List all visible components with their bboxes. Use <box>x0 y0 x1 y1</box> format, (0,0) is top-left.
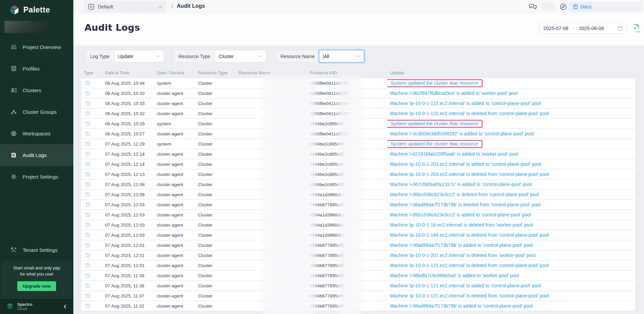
table-row[interactable]: 07 Aug 2025, 12:01 cluster-agent Cluster… <box>81 240 635 251</box>
cell-update: System updated the cluster rbac resource <box>387 120 635 128</box>
table-row[interactable]: 07 Aug 2025, 12:03 cluster-agent Cluster… <box>81 210 635 220</box>
sidebar-item-project-settings[interactable]: Project Settings <box>0 166 73 187</box>
update-message-link[interactable]: Machine 'ip-10-0-1-144.ec2.internal' is … <box>390 232 549 238</box>
cell-user-service: cluster-agent <box>154 263 195 268</box>
table-row[interactable]: 07 Aug 2025, 11:37 cluster-agent Cluster… <box>81 291 635 301</box>
footer-brand-line1: Spectro <box>17 303 32 307</box>
sidebar-item-tenant-settings[interactable]: Tenant Settings <box>0 239 73 261</box>
sidebar-item-label: Project Overview <box>23 44 61 50</box>
table-row[interactable]: 07 Aug 2025, 12:14 cluster-agent Cluster… <box>81 159 635 169</box>
download-csv-icon[interactable]: csv <box>631 23 641 33</box>
table-row[interactable]: 07 Aug 2025, 11:32 cluster-agent Cluster… <box>81 301 635 311</box>
orbit-icon <box>10 130 17 137</box>
cell-user-service: cluster-agent <box>154 192 195 197</box>
column-header-datetime: Date & Time <box>102 70 154 75</box>
table-row[interactable]: 07 Aug 2025, 12:01 cluster-agent Cluster… <box>81 261 635 271</box>
update-message-link[interactable]: Machine 'i-06bdfa7c9c896b5ad' is added t… <box>390 273 519 278</box>
update-message-link[interactable]: Machine 'i-02181bfab328f5aab' is added t… <box>390 151 518 157</box>
update-message-link[interactable]: Machine 'ip-10-0-1-122.ec2.internal' is … <box>390 101 541 106</box>
resource-name-filter-select[interactable]: All <box>319 50 364 62</box>
spectro-cloud-logo-icon <box>6 303 14 310</box>
update-message-link[interactable]: Machine 'ip-10-0-1-121.ec2.internal' is … <box>390 293 549 298</box>
table-row[interactable]: 08 Aug 2025, 10:32 cluster-agent Cluster… <box>81 109 635 119</box>
cell-datetime: 07 Aug 2025, 12:01 <box>102 253 154 258</box>
update-message-link[interactable]: Machine 'i-0fdcc53bcb23c0cc2' is added t… <box>390 212 531 217</box>
sidebar-item-profiles[interactable]: Profiles <box>0 58 73 79</box>
resource-type-filter-select[interactable]: Cluster <box>215 50 266 62</box>
table-row[interactable]: 08 Aug 2025, 10:33 cluster-agent Cluster… <box>81 99 635 109</box>
chat-support-icon[interactable] <box>529 3 537 11</box>
update-message-link[interactable]: Machine 'ip-10-0-1-121.ec2.internal' is … <box>390 263 549 268</box>
table-row[interactable]: 08 Aug 2025, 10:33 cluster-agent Cluster… <box>81 88 635 99</box>
history-event-icon <box>81 222 102 228</box>
history-event-icon <box>81 303 102 309</box>
update-message-link[interactable]: Machine 'i-0cd009e3dd5388292' is added t… <box>390 131 534 136</box>
cell-update: Machine 'i-0fdcc53bcb23c0cc2' is added t… <box>387 212 635 217</box>
update-message-link[interactable]: Machine 'ip-10-0-1-121.ec2.internal' is … <box>390 283 541 288</box>
cell-resource-type: Cluster <box>195 121 236 126</box>
update-message-link[interactable]: Machine 'i-06ad884a7f173b79b' is added t… <box>390 242 532 248</box>
table-row[interactable]: 07 Aug 2025, 12:29 system Cluster 6894be… <box>81 139 635 149</box>
table-row[interactable]: 07 Aug 2025, 12:13 cluster-agent Cluster… <box>81 169 635 180</box>
sidebar-item-audit-logs[interactable]: Audit Logs <box>0 144 73 166</box>
cell-resource-uid: 6894b677895c95 <box>307 304 387 309</box>
table-row[interactable]: 07 Aug 2025, 12:01 cluster-agent Cluster… <box>81 251 635 261</box>
cell-user-service: cluster-agent <box>154 273 195 278</box>
update-message-link[interactable]: Machine 'ip-10-0-1-203.ec2.internal' is … <box>390 161 541 167</box>
sidebar-footer: Spectro Cloud <box>0 298 73 314</box>
table-row[interactable]: 07 Aug 2025, 11:38 cluster-agent Cluster… <box>81 271 635 281</box>
sidebar-item-label: Project Settings <box>23 174 58 180</box>
cell-update: Machine 'ip-10-0-1-207.ec2.internal' is … <box>387 253 635 258</box>
update-message-link[interactable]: Machine 'i-06ad884a7f173b79b' is added t… <box>390 303 532 309</box>
compass-help-icon[interactable] <box>559 3 567 11</box>
project-selector-dropdown[interactable]: Default <box>84 1 166 12</box>
upgrade-now-button[interactable]: Upgrade now <box>17 281 56 291</box>
table-row[interactable]: 08 Aug 2025, 10:29 system Cluster 6894be… <box>81 119 635 129</box>
table-row[interactable]: 07 Aug 2025, 12:14 cluster-agent Cluster… <box>81 149 635 159</box>
promo-text-line1: Start small and only pay <box>1 265 72 271</box>
update-message-link[interactable]: Machine 'i-0fdcc53bcb23c0cc2' is deleted… <box>390 192 539 197</box>
log-type-filter-select[interactable]: Update <box>114 50 164 62</box>
cell-datetime: 07 Aug 2025, 12:03 <box>102 202 154 207</box>
date-range-picker[interactable]: 2025-07-08 → 2025-08-08 <box>539 23 627 34</box>
cell-datetime: 07 Aug 2025, 12:14 <box>102 162 154 167</box>
upgrade-promo-panel: Start small and only pay for what you us… <box>1 261 72 298</box>
update-message-link[interactable]: System updated the cluster rbac resource <box>387 79 482 87</box>
update-message-link[interactable]: Machine 'i-067cf605a85cc317c' is added t… <box>390 182 531 187</box>
table-row[interactable]: 07 Aug 2025, 12:03 cluster-agent Cluster… <box>81 200 635 210</box>
table-row[interactable]: 07 Aug 2025, 11:38 cluster-agent Cluster… <box>81 281 635 291</box>
update-message-link[interactable]: System updated the cluster rbac resource <box>387 120 482 128</box>
cell-resource-type: Cluster <box>195 182 236 187</box>
table-row[interactable]: 08 Aug 2025, 10:44 system Cluster 6895f8… <box>81 78 635 88</box>
update-message-link[interactable]: System updated the cluster rbac resource <box>387 140 482 148</box>
redacted-user-control[interactable] <box>592 2 642 12</box>
update-message-link[interactable]: Machine 'i-0b2f697f6dbcad3ce' is added t… <box>390 90 518 96</box>
cell-resource-uid: 6894b677895c95 <box>307 263 387 268</box>
cell-resource-type: Cluster <box>195 263 236 268</box>
sidebar-item-project-overview[interactable]: Project Overview <box>0 36 73 58</box>
table-row[interactable]: 07 Aug 2025, 12:03 cluster-agent Cluster… <box>81 230 635 240</box>
cell-resource-uid: 6894be2c895c95 <box>307 152 387 157</box>
date-to-value: 2025-08-08 <box>579 26 604 31</box>
sidebar-item-clusters[interactable]: Clusters <box>0 79 73 101</box>
table-row[interactable]: 08 Aug 2025, 10:27 cluster-agent Cluster… <box>81 129 635 139</box>
table-row[interactable]: 07 Aug 2025, 12:03 cluster-agent Cluster… <box>81 220 635 230</box>
sidebar-item-workspaces[interactable]: Workspaces <box>0 123 73 144</box>
update-message-link[interactable]: Machine 'ip-10-0-1-122.ec2.internal' is … <box>390 111 549 116</box>
collapse-sidebar-chevron[interactable] <box>63 304 67 309</box>
project-scope-redacted[interactable] <box>4 21 49 33</box>
table-row[interactable]: 07 Aug 2025, 12:08 cluster-agent Cluster… <box>81 190 635 200</box>
update-message-link[interactable]: Machine 'ip-10-0-1-16.ec2.internal' is d… <box>390 222 533 228</box>
sidebar-item-label: Profiles <box>23 66 40 72</box>
update-message-link[interactable]: Machine 'ip-10-0-1-203.ec2.internal' is … <box>390 172 549 177</box>
update-message-link[interactable]: Machine 'ip-10-0-1-207.ec2.internal' is … <box>390 253 536 258</box>
cell-resource-type: Cluster <box>195 152 236 157</box>
update-message-link[interactable]: Machine 'i-06ad884a7f173b79b' is deleted… <box>390 202 541 207</box>
cell-user-service: cluster-agent <box>154 101 195 106</box>
cell-update: Machine 'ip-10-0-1-144.ec2.internal' is … <box>387 232 635 238</box>
redacted-topbar-control[interactable] <box>542 3 555 11</box>
sidebar-item-cluster-groups[interactable]: Cluster Groups <box>0 101 73 123</box>
log-type-filter-label: Log Type <box>85 50 114 62</box>
docs-button[interactable]: Docs <box>569 2 595 11</box>
table-row[interactable]: 07 Aug 2025, 12:08 cluster-agent Cluster… <box>81 180 635 190</box>
